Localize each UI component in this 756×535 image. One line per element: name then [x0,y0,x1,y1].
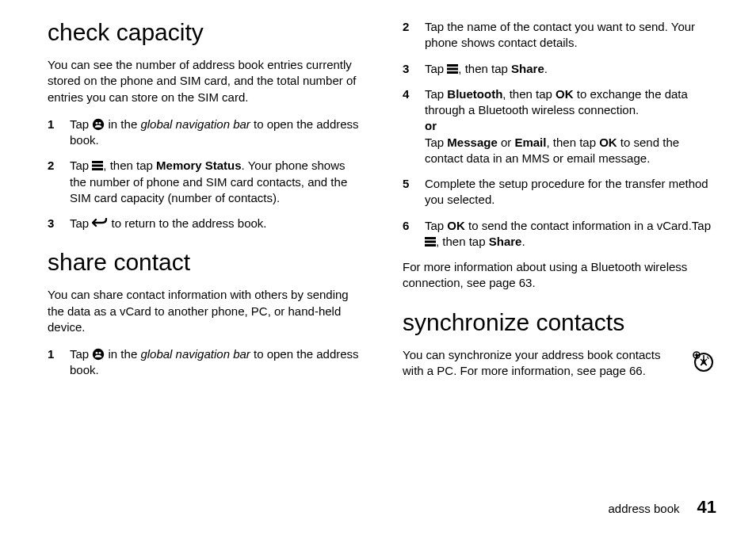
contacts-icon [92,118,105,131]
heading-synchronize-contacts: synchronize contacts [403,309,716,336]
left-column: check capacity You can see the number of… [48,19,361,390]
svg-point-6 [93,349,104,360]
list-item: 1 Tap in the global navigation bar to op… [48,117,361,149]
step-body: Complete the setup procedure for the tra… [425,176,716,208]
svg-rect-10 [447,67,458,70]
step-body: Tap to return to the address book. [70,216,361,231]
list-item: 3 Tap to return to the address book. [48,216,361,231]
footer-section: address book [608,502,679,515]
step-body: Tap , then tap Memory Status. Your phone… [70,158,361,206]
step-body: Tap in the global navigation bar to open… [70,117,361,149]
sync-row: You can synchronize your address book co… [403,347,716,391]
list-item: 4 Tap Bluetooth, then tap OK to exchange… [403,86,716,166]
step-body: Tap in the global navigation bar to open… [70,346,361,379]
list-item: 5 Complete the setup procedure for the t… [403,176,716,208]
svg-rect-14 [425,244,436,246]
check-capacity-intro: You can see the number of address book e… [48,57,361,105]
step-number: 3 [403,61,425,77]
svg-rect-11 [447,71,458,74]
page-footer: address book 41 [608,497,716,518]
svg-rect-12 [425,237,436,239]
contacts-icon [92,348,105,361]
svg-rect-13 [425,240,436,243]
step-number: 2 [403,19,425,35]
svg-point-2 [99,122,101,124]
bluetooth-more-info: For more information about using a Bluet… [403,259,716,292]
heading-share-contact: share contact [48,249,361,276]
list-item: 1 Tap in the global navigation bar to op… [48,346,361,379]
step-number: 4 [403,86,425,102]
step-body: Tap Bluetooth, then tap OK to exchange t… [425,86,716,166]
right-column: 2 Tap the name of the contact you want t… [403,19,716,390]
back-icon [92,218,108,229]
menu-icon [92,161,103,170]
menu-icon [425,237,436,246]
svg-rect-9 [447,64,458,67]
list-item: 2 Tap the name of the contact you want t… [403,19,716,52]
share-contact-intro: You can share contact information with o… [48,287,361,335]
share-contact-steps: 1 Tap in the global navigation bar to op… [48,346,361,379]
heading-check-capacity: check capacity [48,19,361,46]
list-item: 6 Tap OK to send the contact information… [403,218,716,250]
menu-icon [447,64,458,74]
step-number: 6 [403,218,425,234]
check-capacity-steps: 1 Tap in the global navigation bar to op… [48,117,361,232]
step-number: 3 [48,216,70,231]
svg-point-1 [96,122,98,124]
page-number: 41 [697,497,716,518]
step-number: 1 [48,117,70,132]
svg-point-0 [93,119,104,130]
step-number: 1 [48,346,70,362]
step-body: Tap , then tap Share. [425,61,716,77]
list-item: 2 Tap , then tap Memory Status. Your pho… [48,158,361,206]
svg-point-7 [96,352,98,354]
svg-text:A: A [701,357,707,367]
step-body: Tap the name of the contact you want to … [425,19,716,52]
sync-antenna-icon: A [691,348,716,373]
manual-page: check capacity You can see the number of… [0,0,756,535]
step-body: Tap OK to send the contact information i… [425,218,716,250]
svg-rect-5 [92,168,103,170]
svg-rect-3 [92,161,103,163]
two-column-layout: check capacity You can see the number of… [48,19,716,390]
step-number: 5 [403,176,425,192]
share-contact-steps-cont: 2 Tap the name of the contact you want t… [403,19,716,250]
svg-rect-4 [92,165,103,167]
list-item: 3 Tap , then tap Share. [403,61,716,77]
step-number: 2 [48,158,70,174]
sync-intro: You can synchronize your address book co… [403,347,682,380]
svg-point-8 [99,352,101,354]
